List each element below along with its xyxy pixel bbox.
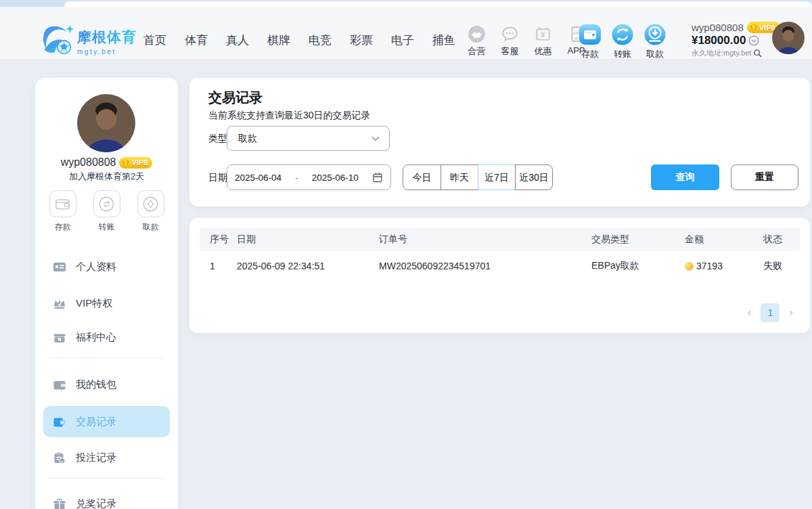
promo-icon: ¥ bbox=[534, 25, 552, 43]
sidebar-vip-level: VIP8 bbox=[131, 158, 148, 167]
balance-toggle-icon[interactable] bbox=[748, 35, 759, 46]
nav-item-home[interactable]: 首页 bbox=[143, 32, 166, 48]
sidebar-item-label: 福利中心 bbox=[76, 331, 116, 344]
range-7days-button[interactable]: 近7日 bbox=[478, 165, 515, 190]
nav-item-fishing[interactable]: 捕鱼 bbox=[432, 32, 455, 48]
brand-logo-icon[interactable] bbox=[41, 23, 74, 57]
sidebar-divider bbox=[49, 357, 164, 358]
nav-item-slots[interactable]: 电子 bbox=[391, 32, 414, 48]
page-subtitle: 当前系统支持查询最近30日的交易记录 bbox=[208, 110, 371, 122]
cell-index: 1 bbox=[210, 251, 215, 281]
date-end: 2025-06-10 bbox=[312, 173, 359, 183]
nav-item-esports[interactable]: 电竞 bbox=[309, 32, 332, 48]
transfer-outline-icon bbox=[97, 195, 116, 213]
brand-subtitle: mgty.bet bbox=[77, 48, 137, 56]
sidebar-withdraw-shortcut[interactable]: 取款 bbox=[136, 190, 166, 233]
sidebar-item-label: 我的钱包 bbox=[76, 378, 116, 391]
type-select-value: 取款 bbox=[238, 133, 371, 145]
permanent-domain: 永久地址:mgty.bet bbox=[692, 48, 751, 58]
crown-icon bbox=[53, 297, 66, 310]
partner-link[interactable]: 合营 bbox=[460, 25, 493, 58]
sidebar-item-label: 投注记录 bbox=[76, 451, 116, 464]
sidebar-transfer-shortcut[interactable]: 转账 bbox=[92, 190, 122, 233]
magnifier-icon[interactable] bbox=[753, 49, 763, 58]
sidebar-item-vip[interactable]: VIP特权 bbox=[43, 290, 170, 316]
filter-card: 交易记录 当前系统支持查询最近30日的交易记录 类型: 取款 日期: 2025-… bbox=[189, 78, 810, 206]
gift-icon bbox=[53, 497, 66, 509]
sidebar-item-label: VIP特权 bbox=[76, 297, 112, 310]
sidebar-item-label: 个人资料 bbox=[76, 261, 116, 273]
deposit-icon bbox=[579, 23, 602, 46]
wallet-icon bbox=[53, 378, 66, 391]
sidebar-item-label: 兑奖记录 bbox=[76, 497, 116, 509]
svg-text:¥: ¥ bbox=[541, 30, 545, 39]
header-user-info: wyp080808 VIP8 ¥18000.00 永久地址:mgty.bet bbox=[692, 22, 780, 58]
transfer-button[interactable]: 转账 bbox=[606, 23, 639, 60]
transfer-icon bbox=[611, 23, 634, 46]
sidebar-deposit-shortcut[interactable]: 存款 bbox=[48, 190, 78, 233]
date-range-input[interactable]: 2025-06-04 - 2025-06-10 bbox=[227, 164, 391, 190]
welfare-box-icon bbox=[53, 331, 66, 344]
page-title: 交易记录 bbox=[208, 89, 263, 107]
transactions-table-card: 序号 日期 订单号 交易类型 金额 状态 1 2025-06-09 22:34:… bbox=[189, 218, 810, 333]
sidebar-item-prizes[interactable]: 兑奖记录 bbox=[43, 491, 170, 509]
type-select[interactable]: 取款 bbox=[227, 126, 390, 151]
reset-button[interactable]: 重置 bbox=[731, 164, 798, 190]
sidebar-vip-badge[interactable]: VIP8 bbox=[119, 157, 152, 169]
col-type: 交易类型 bbox=[591, 228, 629, 251]
sidebar-avatar[interactable] bbox=[77, 94, 135, 152]
avatar[interactable] bbox=[772, 22, 805, 54]
nav-item-sports[interactable]: 体育 bbox=[185, 32, 208, 48]
nav-item-lottery[interactable]: 彩票 bbox=[350, 32, 373, 48]
cell-order-no: MW202506092234519701 bbox=[379, 251, 491, 281]
sidebar-item-profile[interactable]: 个人资料 bbox=[43, 254, 170, 280]
coin-icon bbox=[685, 262, 694, 271]
chevron-down-icon bbox=[371, 136, 380, 141]
support-link[interactable]: 客服 bbox=[493, 25, 526, 58]
withdraw-outline-icon bbox=[141, 195, 160, 213]
pagination-prev-button[interactable]: ‹ bbox=[748, 303, 752, 322]
main-nav: 首页 体育 真人 棋牌 电竞 彩票 电子 捕鱼 bbox=[143, 32, 455, 48]
promo-link[interactable]: ¥ 优惠 bbox=[526, 25, 560, 58]
deposit-button[interactable]: 存款 bbox=[574, 23, 606, 60]
calendar-icon bbox=[372, 172, 383, 183]
sidebar-item-bets[interactable]: 投注记录 bbox=[43, 445, 170, 470]
pagination-page-1[interactable]: 1 bbox=[761, 303, 780, 322]
cell-date: 2025-06-09 22:34:51 bbox=[237, 251, 325, 281]
withdraw-icon bbox=[644, 23, 667, 46]
sidebar: wyp080808 VIP8 加入摩根体育第2天 存款 bbox=[35, 78, 178, 509]
table-row: 1 2025-06-09 22:34:51 MW2025060922345197… bbox=[200, 251, 800, 281]
handshake-icon bbox=[468, 25, 486, 43]
transaction-record-icon bbox=[53, 416, 66, 428]
search-button[interactable]: 查询 bbox=[651, 164, 719, 190]
col-date: 日期 bbox=[237, 228, 256, 251]
date-start: 2025-06-04 bbox=[235, 173, 281, 183]
bet-record-icon bbox=[53, 451, 66, 464]
deposit-outline-icon bbox=[53, 195, 72, 213]
cell-amount: 37193 bbox=[685, 251, 723, 281]
date-separator: - bbox=[295, 173, 298, 183]
sidebar-avatar-photo bbox=[77, 94, 135, 152]
range-30days-button[interactable]: 近30日 bbox=[515, 165, 552, 190]
cell-status: 失败 bbox=[763, 251, 782, 281]
nav-item-live-casino[interactable]: 真人 bbox=[226, 32, 249, 48]
withdraw-button[interactable]: 取款 bbox=[639, 23, 671, 60]
header: 摩根体育 mgty.bet 首页 体育 真人 棋牌 电竞 彩票 电子 捕鱼 合营 bbox=[0, 7, 812, 60]
sidebar-item-wallet[interactable]: 我的钱包 bbox=[43, 372, 170, 397]
range-yesterday-button[interactable]: 昨天 bbox=[441, 165, 478, 190]
nav-item-chess-cards[interactable]: 棋牌 bbox=[267, 32, 290, 48]
sidebar-wallet-shortcuts: 存款 转账 取款 bbox=[35, 190, 178, 233]
brand-logo-text[interactable]: 摩根体育 mgty.bet bbox=[77, 28, 137, 56]
username[interactable]: wyp080808 bbox=[692, 22, 744, 33]
gem-icon bbox=[121, 158, 130, 167]
pagination-next-button[interactable]: › bbox=[789, 303, 793, 322]
quick-range-group: 今日 昨天 近7日 近30日 bbox=[403, 164, 553, 190]
col-status: 状态 bbox=[763, 228, 782, 251]
sidebar-item-welfare[interactable]: 福利中心 bbox=[43, 324, 170, 350]
browser-top-strip bbox=[0, 0, 812, 7]
vip-level: VIP8 bbox=[759, 24, 775, 32]
range-today-button[interactable]: 今日 bbox=[403, 165, 441, 190]
sidebar-item-transactions[interactable]: 交易记录 bbox=[43, 406, 170, 437]
avatar-photo bbox=[772, 22, 805, 54]
col-index: 序号 bbox=[210, 228, 229, 251]
